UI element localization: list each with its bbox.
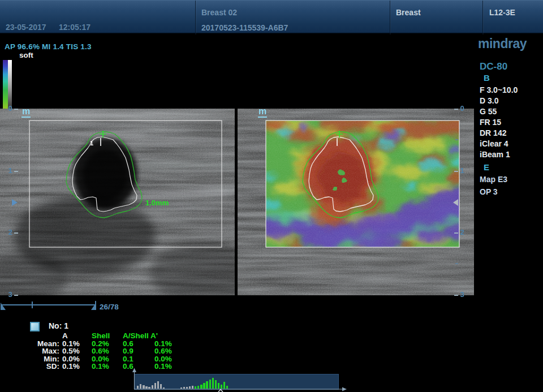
ruler-label-right: 3 <box>459 291 465 298</box>
table-value: 0.0% <box>61 355 90 363</box>
ruler-tick-left <box>14 171 18 172</box>
b-mode-parameter: DR 142 <box>480 128 518 139</box>
ruler-tick-right <box>454 109 458 110</box>
column-header: A/Shell <box>123 332 150 340</box>
ruler-tick-right <box>454 295 458 296</box>
b-mode-parameter: FR 15 <box>480 117 518 128</box>
column-header: Shell <box>90 332 123 340</box>
ultrasound-screen: 23-05-2017 12:05:17 Breast 02 20170523-1… <box>0 0 543 392</box>
measurement-number-value: 1 <box>64 321 68 330</box>
title-bar: 23-05-2017 12:05:17 Breast 02 20170523-1… <box>0 0 543 34</box>
exam-time: 12:05:17 <box>59 23 90 32</box>
ruler-tick-left <box>14 295 18 296</box>
table-corner <box>17 332 61 340</box>
table-value: 0.0% <box>90 355 123 363</box>
acoustic-power-readout: AP 96.6% MI 1.4 TIS 1.3 <box>5 42 92 51</box>
ruler-label-left: 2 <box>7 229 13 236</box>
table-value: 0.0% <box>150 355 184 363</box>
ruler-tick-left <box>14 232 18 234</box>
measurement-table: AShellA/ShellA'Mean:0.1%0.2%0.60.1%Max:0… <box>17 332 184 371</box>
orientation-mark-left: m <box>21 107 31 118</box>
ruler-label-left: 1 <box>7 167 13 174</box>
table-value: 0.1% <box>61 363 90 371</box>
ruler-minor-tick <box>455 263 458 264</box>
x-axis-arrow-icon <box>342 387 347 391</box>
table-value: 0.5% <box>61 347 90 355</box>
b-mode-parameter: G 55 <box>480 106 518 117</box>
table-value: 0.9 <box>123 347 150 355</box>
row-label: Max: <box>17 347 61 355</box>
b-params: F 3.0~10.0D 3.0G 55FR 15DR 142iClear 4iB… <box>480 85 518 160</box>
table-value: 0.1% <box>61 340 90 348</box>
table-value: 0.6 <box>123 340 150 348</box>
titlebar-divider <box>390 1 390 35</box>
caliper-number-label: 1 <box>90 140 93 147</box>
titlebar-divider <box>195 1 196 35</box>
measurement-number: No: 1 <box>49 321 68 330</box>
e-mode-parameter: Map E3 <box>480 173 507 186</box>
histogram-cursor-icon <box>218 390 223 392</box>
cine-start-marker-icon <box>1 303 6 310</box>
exam-date: 23-05-2017 <box>6 23 46 32</box>
focus-marker-icon-left <box>12 199 18 206</box>
mindray-logo: mindray <box>478 36 527 51</box>
b-mode-image <box>0 109 235 295</box>
ruler-label-left: 0 <box>7 105 13 112</box>
elastography-image <box>238 109 474 295</box>
table-value: 0.6% <box>90 347 123 355</box>
histogram-axes <box>130 367 352 392</box>
b-mode-section-label: B <box>484 73 490 83</box>
table-value: 0.1% <box>150 340 184 348</box>
frame-counter: 26/78 <box>100 303 119 311</box>
exam-preset: Breast <box>396 8 421 17</box>
study-name: Breast 02 <box>201 8 237 17</box>
table-value: 0.2% <box>90 340 123 348</box>
measurement-number-label: No: <box>49 321 62 330</box>
table-value: 0.1% <box>90 363 123 371</box>
ruler-tick-right <box>454 232 458 234</box>
orientation-mark-right: m <box>258 107 267 118</box>
ruler-tick-left <box>14 109 18 110</box>
ruler-label-left: 3 <box>7 291 13 298</box>
row-label: SD: <box>17 363 61 371</box>
probe-name: L12-3E <box>489 8 515 17</box>
titlebar-divider <box>482 1 483 35</box>
study-id: 20170523-115539-A6B7 <box>201 23 288 32</box>
cine-position-marker-icon[interactable] <box>91 303 96 310</box>
e-mode-section-label: E <box>484 162 489 172</box>
ruler-minor-tick <box>455 139 458 140</box>
e-mode-parameter: OP 3 <box>480 186 507 198</box>
shell-distance-label: 1.0mm <box>145 199 169 207</box>
table-value: 0.6% <box>150 347 184 355</box>
row-label: Mean: <box>17 340 61 348</box>
ruler-label-right: 0 <box>459 105 465 112</box>
elasto-scale-soft-label: soft <box>19 51 33 59</box>
y-axis-arrow-icon <box>132 368 136 373</box>
elasto-color-map <box>258 115 474 250</box>
e-params: Map E3OP 3 <box>480 173 507 198</box>
table-value: 0.1 <box>123 355 150 363</box>
row-label: Min: <box>17 355 61 363</box>
b-mode-parameter: D 3.0 <box>480 96 518 106</box>
column-header: A <box>61 332 90 340</box>
b-mode-parameter: F 3.0~10.0 <box>480 85 518 96</box>
measurement-checkbox[interactable] <box>30 322 40 331</box>
column-header: A' <box>150 332 184 340</box>
focus-marker-icon-right <box>453 199 458 206</box>
ruler-label-right: 1 <box>459 167 465 174</box>
ruler-label-right: 2 <box>459 229 465 236</box>
system-model: DC-80 <box>480 61 507 72</box>
ruler-tick-right <box>454 171 458 172</box>
b-mode-parameter: iClear 4 <box>480 139 518 149</box>
b-mode-parameter: iBeam 1 <box>480 149 518 160</box>
